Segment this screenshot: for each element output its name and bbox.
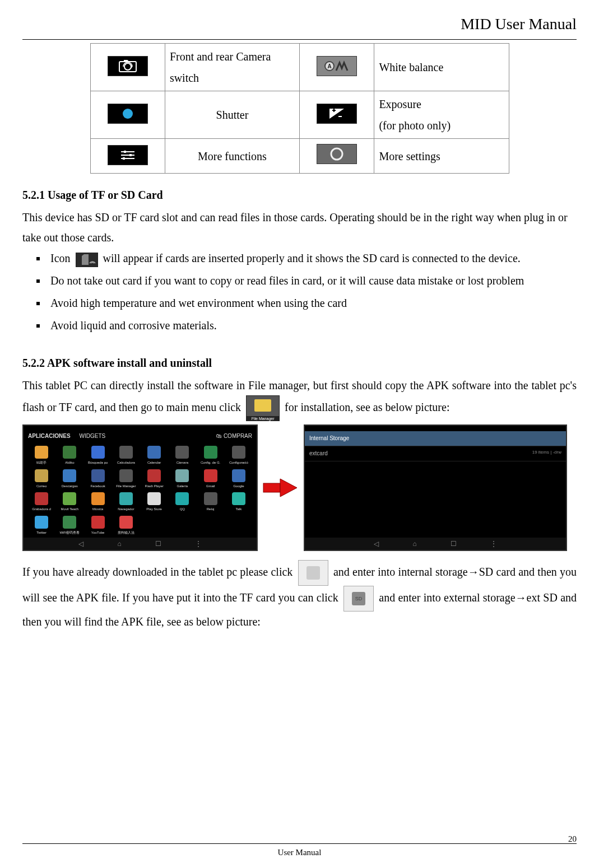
- exposure-icon: [317, 104, 357, 124]
- camera-switch-icon: [108, 56, 148, 76]
- section-521-heading: 5.2.1 Usage of TF or SD Card: [22, 185, 577, 205]
- list-item: Avoid liquid and corrosive materials.: [47, 315, 577, 336]
- back-nav-icon: ◁: [78, 538, 83, 550]
- recent-nav-icon: ☐: [451, 538, 457, 550]
- app-item: Twitter: [29, 516, 54, 536]
- section-522-heading: 5.2.2 APK software install and uninstall: [22, 353, 577, 373]
- table-row: Front and rear Camera switch A White bal…: [90, 44, 509, 91]
- comprar-tab: 🛍 COMPRAR: [216, 431, 252, 441]
- red-arrow-icon: [261, 477, 300, 499]
- app-item: Movil Teach: [57, 492, 82, 512]
- bullet1-after: will appear if cards are inserted proper…: [103, 252, 521, 264]
- app-item: Reloj: [198, 492, 223, 512]
- svg-text:A: A: [328, 63, 332, 69]
- shutter-icon: [108, 104, 148, 124]
- list-item: Avoid high temperature and wet environme…: [47, 292, 577, 314]
- external-sd-icon: [343, 586, 374, 612]
- section-521-list: Icon will appear if cards are inserted p…: [22, 248, 577, 336]
- camera-icons-table: Front and rear Camera switch A White bal…: [90, 43, 509, 174]
- svg-rect-11: [263, 483, 280, 492]
- app-item: Config. de G.: [198, 446, 223, 466]
- app-item: QQ: [170, 492, 194, 512]
- more-settings-icon: [317, 144, 357, 164]
- sd-inserted-icon: [76, 253, 98, 267]
- app-item: Gmail: [198, 469, 223, 489]
- app-item: File Manager: [114, 469, 138, 489]
- svg-point-9: [331, 148, 342, 160]
- cell-desc: More functions: [198, 150, 267, 162]
- screenshots-row: APLICACIONES WIDGETS 🛍 COMPRAR 91助手Aldik…: [22, 424, 577, 551]
- svg-point-1: [124, 63, 131, 70]
- file-manager-icon: [246, 395, 280, 421]
- section-522-para1: This tablet PC can directly install the …: [22, 375, 577, 421]
- menu-nav-icon: ⋮: [195, 538, 202, 550]
- navbar-icons: ◁ ⌂ ☐ ⋮: [24, 538, 257, 550]
- apps-drawer-screenshot: APLICACIONES WIDGETS 🛍 COMPRAR 91助手Aldik…: [22, 424, 258, 551]
- svg-point-4: [123, 109, 133, 119]
- bullet1-before: Icon: [50, 252, 71, 264]
- cell-desc: Front and rear Camera switch: [170, 50, 271, 84]
- app-item: Talk: [226, 492, 251, 512]
- para2-before: If you have already downloaded in the ta…: [22, 566, 292, 578]
- home-nav-icon: ⌂: [117, 538, 121, 550]
- page-header-title: MID User Manual: [22, 10, 577, 40]
- app-item: Calendar: [142, 446, 166, 466]
- app-item: Galería: [170, 469, 194, 489]
- app-item: Grabadora d: [29, 492, 54, 512]
- page-footer: 20 User Manual: [22, 843, 577, 860]
- app-item: Búsqueda po: [86, 446, 110, 466]
- app-item: Aldiko: [57, 446, 82, 466]
- svg-rect-6: [124, 151, 126, 153]
- app-item: Configuració: [226, 446, 251, 466]
- para1-after: for installation, see as below picture:: [285, 401, 449, 413]
- cell-desc: (for photo only): [379, 115, 504, 136]
- app-item: Flash Player: [142, 469, 166, 489]
- app-item: Navegador: [114, 492, 138, 512]
- section-522-para2: If you have already downloaded in the ta…: [22, 560, 577, 632]
- app-item: 91助手: [29, 446, 54, 466]
- list-item: Do not take out card if you want to copy…: [47, 270, 577, 291]
- app-item: WiFi密码查看: [57, 516, 82, 536]
- fm-row-internal: Internal Storage: [305, 431, 566, 446]
- navbar-icons: ◁ ⌂ ☐ ⋮: [305, 538, 566, 550]
- more-functions-icon: [108, 145, 148, 165]
- svg-rect-10: [82, 256, 89, 265]
- app-item: Google: [226, 469, 251, 489]
- home-nav-icon: ⌂: [412, 538, 416, 550]
- apps-tab: APLICACIONES: [28, 431, 71, 441]
- footer-center: User Manual: [278, 848, 322, 857]
- app-item: Play Store: [142, 492, 166, 512]
- back-nav-icon: ◁: [374, 538, 379, 550]
- svg-rect-7: [129, 154, 132, 156]
- cell-desc: Exposure: [379, 94, 504, 115]
- cell-desc: White balance: [379, 61, 443, 73]
- internal-storage-icon: [298, 560, 328, 586]
- app-item: Cámara: [170, 446, 194, 466]
- widgets-tab: WIDGETS: [80, 431, 106, 441]
- cell-desc: Shutter: [216, 109, 249, 121]
- section-521-intro: This device has SD or TF card slot and c…: [22, 207, 577, 248]
- page-number: 20: [568, 832, 577, 847]
- recent-nav-icon: ☐: [155, 538, 161, 550]
- app-item: Calculadora: [114, 446, 138, 466]
- menu-nav-icon: ⋮: [490, 538, 497, 550]
- white-balance-icon: A: [317, 56, 357, 76]
- cell-desc: More settings: [379, 150, 440, 162]
- svg-rect-8: [123, 157, 125, 160]
- table-row: Shutter Exposure(for photo only): [90, 91, 509, 139]
- app-item: Correo: [29, 469, 54, 489]
- app-item: Facebook: [86, 469, 110, 489]
- app-item: YouTube: [86, 516, 110, 536]
- app-item: 搜狗输入法: [114, 516, 138, 536]
- file-manager-screenshot: Internal Storage extcard19 items | -drw …: [304, 424, 567, 551]
- fm-row-extcard: extcard19 items | -drw: [305, 446, 566, 461]
- app-item: Música: [86, 492, 110, 512]
- table-row: More functions More settings: [90, 139, 509, 174]
- list-item: Icon will appear if cards are inserted p…: [47, 248, 577, 269]
- app-item: Descargas: [57, 469, 82, 489]
